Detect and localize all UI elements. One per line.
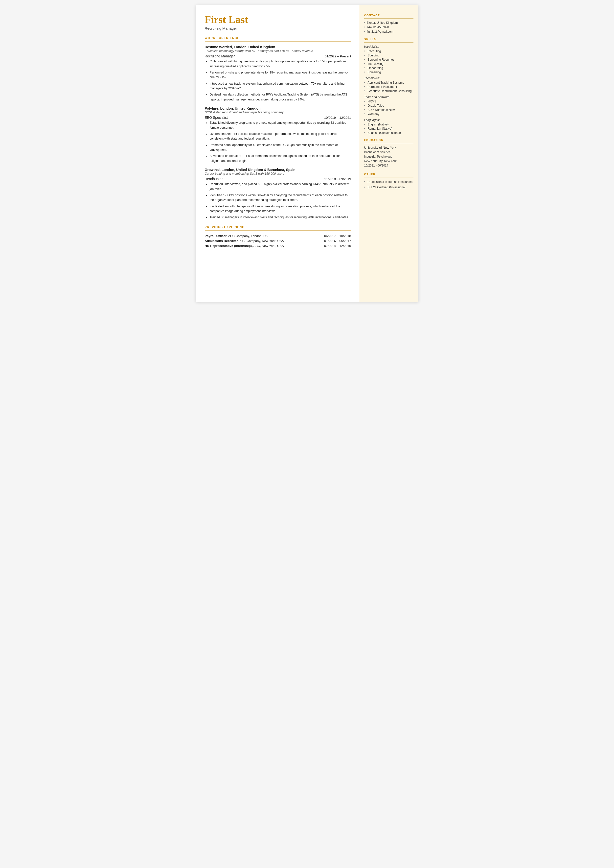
role-title-headhunter: Headhunter — [205, 177, 223, 181]
role-row-recruiting-manager: Recruiting Manager 01/2022 – Present — [205, 54, 351, 58]
role-title-recruiting-manager: Recruiting Manager — [205, 54, 235, 58]
prev-dates-hr: 07/2014 – 12/2015 — [324, 244, 351, 248]
bullet-item: Devised new data collection methods for … — [210, 92, 351, 102]
company-block-resume-worded: Resume Worded, London, United Kingdom Ed… — [205, 45, 351, 102]
bullet-item: Collaborated with hiring directors to de… — [210, 59, 351, 69]
company-name-polyhire: Polyhire, London, United Kingdom — [205, 106, 351, 110]
bullet-item: Identified 19+ key positions within Grow… — [210, 193, 351, 203]
language-spanish: Spanish (Conversational) — [364, 131, 414, 135]
other-item-professional: Professional in Human Resources — [364, 180, 414, 184]
skill-screening: Screening — [364, 70, 414, 74]
language-romanian: Romanian (Native) — [364, 127, 414, 130]
contact-location: Exeter, United Kingdom — [364, 21, 414, 25]
other-item-shrm: SHRM Certified Professional — [364, 185, 414, 189]
prev-dates-payroll: 06/2017 – 10/2018 — [324, 234, 351, 238]
technique-permanent: Permanent Placement — [364, 85, 414, 89]
skill-screening-resumes: Screening Resumes — [364, 58, 414, 61]
role-row-eeo: EEO Specialist 10/2019 – 12/2021 — [205, 116, 351, 120]
company-name-growthsi: Growthsi, London, United Kingdom & Barce… — [205, 168, 351, 172]
bullets-headhunter: Recruited, interviewed, and placed 50+ h… — [205, 182, 351, 220]
company-block-polyhire: Polyhire, London, United Kingdom NYSE-li… — [205, 106, 351, 163]
prev-exp-payroll: Payroll Officer, ABC Company, London, UK… — [205, 234, 351, 238]
edu-location: New York City, New York — [364, 159, 414, 163]
resume-page: First Last Recruiting Manager WORK EXPER… — [196, 5, 419, 302]
bullet-item: Overhauled 29+ HR policies to attain max… — [210, 132, 351, 141]
education-block: University of New York Bachelor of Scien… — [364, 146, 414, 168]
name-title-block: First Last Recruiting Manager — [205, 14, 351, 30]
candidate-job-title: Recruiting Manager — [205, 26, 351, 30]
other-heading: OTHER — [364, 173, 414, 175]
tools-list: HRMS Oracle Taleo ADP Workforce Now Work… — [364, 100, 414, 116]
prev-exp-admissions: Admissions Recruiter, XYZ Company, New Y… — [205, 239, 351, 243]
tools-label: Tools and Software: — [364, 95, 414, 99]
company-bold-polyhire: Polyhire, — [205, 106, 219, 110]
prev-role-rest-admissions: XYZ Company, New York, USA — [239, 239, 284, 243]
work-experience-divider — [205, 41, 351, 42]
bullets-eeo: Established diversity programs to promot… — [205, 121, 351, 163]
edu-institution: University of New York — [364, 146, 414, 149]
techniques-list: Applicant Tracking Systems Permanent Pla… — [364, 81, 414, 93]
prev-exp-role-payroll: Payroll Officer, ABC Company, London, UK — [205, 234, 268, 238]
work-experience-heading: WORK EXPERIENCE — [205, 36, 351, 40]
skill-interviewing: Interviewing — [364, 62, 414, 65]
contact-heading: CONTACT — [364, 14, 414, 17]
skills-divider — [364, 42, 414, 43]
prev-role-bold-payroll: Payroll Officer, — [205, 234, 228, 238]
contact-phone: +44 1234567890 — [364, 25, 414, 29]
bullet-item: Promoted equal opportunity for 40 employ… — [210, 143, 351, 152]
role-dates-recruiting-manager: 01/2022 – Present — [325, 54, 351, 58]
tool-oracle: Oracle Taleo — [364, 104, 414, 107]
prev-experience-divider — [205, 230, 351, 231]
contact-divider — [364, 18, 414, 19]
technique-ats: Applicant Tracking Systems — [364, 81, 414, 84]
bullet-item: Introduced a new tracking system that en… — [210, 81, 351, 91]
skills-heading: SKILLS — [364, 38, 414, 41]
prev-exp-role-admissions: Admissions Recruiter, XYZ Company, New Y… — [205, 239, 284, 243]
bullet-item: Facilitated smooth change for 41+ new hi… — [210, 204, 351, 214]
company-block-growthsi: Growthsi, London, United Kingdom & Barce… — [205, 168, 351, 220]
bullet-item: Trained 30 managers in interviewing skil… — [210, 215, 351, 220]
contact-email: first.last@gmail.com — [364, 30, 414, 33]
company-rest-resume-worded: London, United Kingdom — [233, 45, 275, 49]
hard-skills-list: Recruiting Sourcing Screening Resumes In… — [364, 50, 414, 74]
company-desc-polyhire: NYSE-listed recruitment and employer bra… — [205, 110, 351, 114]
bullet-item: Performed on-site and phone interviews f… — [210, 70, 351, 80]
prev-role-rest-payroll: ABC Company, London, UK — [227, 234, 268, 238]
role-dates-eeo: 10/2019 – 12/2021 — [324, 116, 351, 120]
role-row-headhunter: Headhunter 11/2018 – 09/2019 — [205, 177, 351, 181]
languages-list: English (Native) Romanian (Native) Spani… — [364, 123, 414, 135]
prev-role-bold-admissions: Admissions Recruiter, — [205, 239, 239, 243]
role-title-eeo: EEO Specialist — [205, 116, 228, 120]
right-column: CONTACT Exeter, United Kingdom +44 12345… — [359, 5, 419, 302]
company-rest-polyhire: London, United Kingdom — [219, 106, 262, 110]
prev-role-rest-hr: ABC, New York, USA — [253, 244, 284, 248]
company-desc-resume-worded: Education technology startup with 50+ em… — [205, 49, 351, 53]
education-divider — [364, 143, 414, 143]
contact-list: Exeter, United Kingdom +44 1234567890 fi… — [364, 21, 414, 33]
skill-sourcing: Sourcing — [364, 54, 414, 57]
prev-experience-heading: PREVIOUS EXPERIENCE — [205, 225, 351, 229]
other-list: Professional in Human Resources SHRM Cer… — [364, 180, 414, 190]
prev-exp-role-hr: HR Representative (Internship), ABC, New… — [205, 244, 284, 248]
tool-workday: Workday — [364, 112, 414, 116]
skill-recruiting: Recruiting — [364, 50, 414, 53]
edu-dates: 10/2011 - 06/2014 — [364, 163, 414, 168]
company-desc-growthsi: Career training and membership SaaS with… — [205, 172, 351, 175]
language-english: English (Native) — [364, 123, 414, 126]
prev-exp-hr: HR Representative (Internship), ABC, New… — [205, 244, 351, 248]
tool-hrms: HRMS — [364, 100, 414, 103]
company-bold-resume-worded: Resume Worded, — [205, 45, 233, 49]
hard-skills-label: Hard Skills: — [364, 45, 414, 48]
education-heading: EDUCATION — [364, 138, 414, 141]
edu-field: Industrial Psychology — [364, 154, 414, 159]
candidate-name: First Last — [205, 14, 351, 25]
left-column: First Last Recruiting Manager WORK EXPER… — [196, 5, 359, 302]
bullets-recruiting-manager: Collaborated with hiring directors to de… — [205, 59, 351, 102]
skill-onboarding: Onboarding — [364, 66, 414, 70]
prev-dates-admissions: 01/2016 – 05/2017 — [324, 239, 351, 243]
bullet-item: Established diversity programs to promot… — [210, 121, 351, 130]
company-name-resume-worded: Resume Worded, London, United Kingdom — [205, 45, 351, 49]
bullet-item: Advocated on behalf of 19+ staff members… — [210, 154, 351, 163]
edu-degree: Bachelor of Science — [364, 150, 414, 154]
prev-role-bold-hr: HR Representative (Internship), — [205, 244, 253, 248]
